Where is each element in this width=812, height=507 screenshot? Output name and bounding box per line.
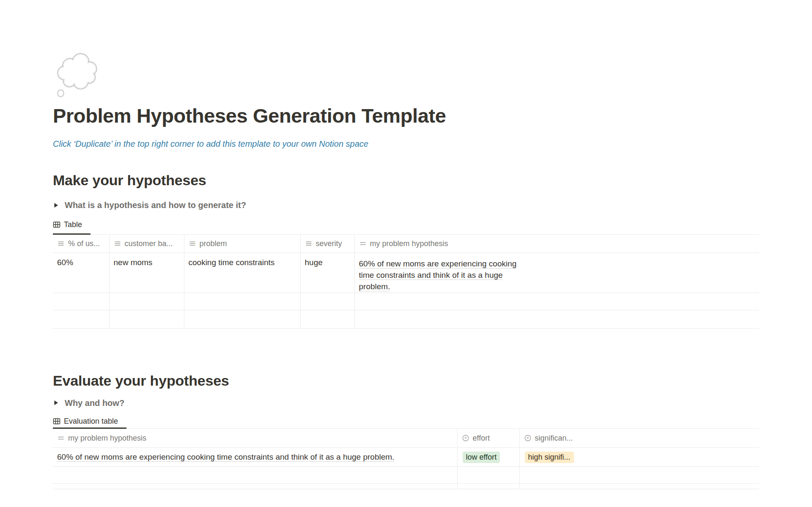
column-label: my problem hypothesis [370,238,448,249]
significance-tag[interactable]: high signifi... [525,452,574,463]
hypotheses-table: % of us... customer ba... problem severi… [53,235,759,329]
table-icon [53,417,60,425]
view-tabbar-evaluate: Evaluation table [53,415,759,429]
effort-tag[interactable]: low effort [463,452,500,463]
section-heading-evaluate: Evaluate your hypotheses [53,372,759,390]
toggle-triangle-icon[interactable] [53,203,59,208]
page-content: Problem Hypotheses Generation Template C… [53,0,759,489]
toggle-what-is-hypothesis[interactable]: What is a hypothesis and how to generate… [53,199,759,211]
column-label: problem [200,238,227,249]
tab-label: Evaluation table [64,416,118,427]
table-header-row: my problem hypothesis effort significan.… [53,429,759,448]
formula-property-icon [57,434,65,442]
table-row-empty [53,467,759,484]
section-heading-make: Make your hypotheses [53,171,759,189]
cell-empty[interactable] [300,293,354,310]
cell-empty[interactable] [519,467,759,484]
column-header-significance[interactable]: significan... [519,429,759,448]
thought-balloon-icon[interactable] [55,51,100,98]
tab-table-view[interactable]: Table [53,217,91,235]
cell-empty[interactable] [457,467,519,484]
select-property-icon [462,434,469,442]
column-header-severity[interactable]: severity [300,235,354,252]
cell-empty[interactable] [53,310,109,328]
cell-empty[interactable] [300,310,354,328]
column-header-percent-of-users[interactable]: % of us... [53,235,109,252]
view-tabbar-make: Table [53,217,759,235]
table-icon [53,221,60,228]
page-title: Problem Hypotheses Generation Template [53,103,759,128]
table-row-empty [53,310,759,328]
tab-label: Table [64,219,82,230]
toggle-why-and-how[interactable]: Why and how? [53,397,759,409]
text-property-icon [57,240,65,247]
select-property-icon [524,434,532,442]
cell-problem[interactable]: cooking time constraints [184,252,300,293]
formula-property-icon [359,240,367,247]
cell-hypothesis[interactable]: 60% of new moms are experiencing cooking… [53,448,457,467]
column-header-my-problem-hypothesis[interactable]: my problem hypothesis [354,235,759,252]
text-property-icon [114,240,121,247]
cell-hypothesis[interactable]: 60% of new moms are experiencing cooking… [354,252,759,293]
cell-empty[interactable] [184,293,300,310]
column-header-customer-base[interactable]: customer ba... [109,235,184,252]
column-header-my-problem-hypothesis[interactable]: my problem hypothesis [53,429,457,448]
column-label: customer ba... [125,238,173,249]
table-row: 60% of new moms are experiencing cooking… [53,448,759,467]
tab-evaluation-table-view[interactable]: Evaluation table [53,415,126,429]
table-row: 60% new moms cooking time constraints hu… [53,252,759,293]
cell-empty[interactable] [519,484,759,489]
cell-empty[interactable] [53,293,109,310]
cell-empty[interactable] [354,293,759,310]
column-label: % of us... [68,238,100,249]
cell-empty[interactable] [53,484,457,489]
column-label: severity [316,238,342,249]
cell-empty[interactable] [457,484,519,489]
cell-empty[interactable] [53,467,457,484]
toggle-label: What is a hypothesis and how to generate… [65,199,246,211]
cell-severity[interactable]: huge [300,252,354,293]
table-header-row: % of us... customer ba... problem severi… [53,235,759,252]
text-property-icon [189,240,196,247]
toggle-label: Why and how? [65,397,124,409]
table-row-empty [53,293,759,310]
cell-significance[interactable]: high signifi... [519,448,759,467]
column-label: my problem hypothesis [68,433,146,443]
cell-empty[interactable] [109,310,184,328]
column-label: significan... [535,433,573,443]
hypothesis-text: 60% of new moms are experiencing cooking… [57,452,453,462]
toggle-triangle-icon[interactable] [53,400,59,406]
cell-percent-of-users[interactable]: 60% [53,252,109,293]
evaluation-table: my problem hypothesis effort significan.… [53,429,759,490]
cell-empty[interactable] [184,310,300,328]
hypothesis-text: 60% of new moms are experiencing cooking… [359,258,526,292]
table-row-empty [53,484,759,489]
column-header-effort[interactable]: effort [457,429,519,448]
page-subtitle: Click ‘Duplicate’ in the top right corne… [53,138,759,149]
column-header-problem[interactable]: problem [184,235,300,252]
cell-customer-base[interactable]: new moms [109,252,184,293]
cell-empty[interactable] [354,310,759,328]
cell-empty[interactable] [109,293,184,310]
thought-balloon-graphic [55,51,100,98]
column-label: effort [473,433,490,443]
cell-effort[interactable]: low effort [457,448,519,467]
text-property-icon [305,240,313,247]
